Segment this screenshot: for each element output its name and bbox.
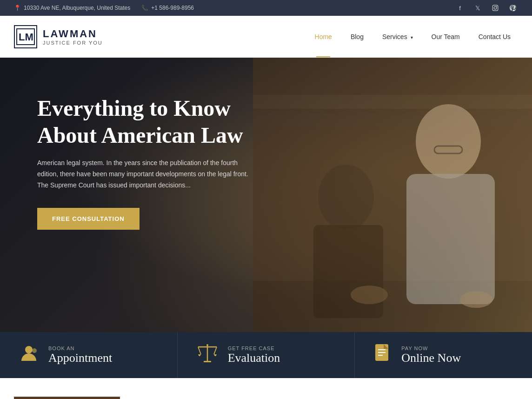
pay-text: PAY NOW Online Now bbox=[401, 346, 461, 365]
social-links: f 𝕏 bbox=[455, 3, 518, 13]
logo-icon: LM bbox=[14, 25, 37, 48]
pay-label-large: Online Now bbox=[401, 351, 461, 365]
logo-text: LAWMAN JUSTICE FOR YOU bbox=[43, 28, 103, 46]
svg-point-16 bbox=[25, 346, 33, 353]
header: LM LAWMAN JUSTICE FOR YOU Home Blog Serv… bbox=[0, 16, 532, 58]
logo-name: LAWMAN bbox=[43, 28, 103, 40]
phone-item: 📞 +1 586-989-8956 bbox=[141, 5, 194, 11]
bottom-image bbox=[14, 397, 120, 399]
pinterest-icon[interactable] bbox=[508, 3, 518, 13]
address-item: 📍 10330 Ave NE, Albuquerque, United Stat… bbox=[14, 5, 130, 11]
location-icon: 📍 bbox=[14, 5, 21, 11]
bottom-title: Welcome to Lawman bbox=[139, 397, 319, 399]
svg-point-17 bbox=[32, 348, 37, 353]
appointment-text: BOOK AN Appointment bbox=[48, 346, 112, 365]
appointment-label-small: BOOK AN bbox=[48, 346, 112, 351]
phone-icon: 📞 bbox=[141, 5, 148, 11]
pay-label-small: PAY NOW bbox=[401, 346, 461, 351]
svg-rect-0 bbox=[492, 5, 498, 11]
phone-text: +1 586-989-8956 bbox=[151, 5, 194, 11]
svg-line-20 bbox=[198, 347, 201, 354]
svg-rect-22 bbox=[204, 361, 211, 362]
pay-icon bbox=[373, 343, 392, 367]
svg-point-14 bbox=[351, 286, 388, 304]
action-pay[interactable]: PAY NOW Online Now bbox=[355, 332, 532, 378]
svg-point-1 bbox=[494, 7, 497, 9]
action-evaluation[interactable]: GET FREE CASE Evaluation bbox=[178, 332, 355, 378]
svg-line-21 bbox=[214, 347, 217, 354]
evaluation-text: GET FREE CASE Evaluation bbox=[228, 346, 280, 365]
facebook-icon[interactable]: f bbox=[455, 3, 465, 13]
svg-rect-7 bbox=[253, 113, 532, 125]
nav-services[interactable]: Services ▾ bbox=[375, 29, 420, 44]
hero-title: Everything to Know About American Law bbox=[37, 95, 251, 148]
svg-point-9 bbox=[416, 104, 481, 179]
twitter-icon[interactable]: 𝕏 bbox=[472, 3, 483, 13]
svg-text:LM: LM bbox=[19, 31, 33, 43]
evaluation-label-large: Evaluation bbox=[228, 351, 280, 365]
top-bar-left: 📍 10330 Ave NE, Albuquerque, United Stat… bbox=[14, 5, 194, 11]
bottom-title-col: Welcome to Lawman bbox=[139, 397, 319, 399]
svg-rect-6 bbox=[253, 95, 532, 109]
services-arrow: ▾ bbox=[411, 35, 413, 40]
hero-description: American legal system. In the years sinc… bbox=[37, 158, 251, 191]
svg-rect-29 bbox=[14, 397, 120, 399]
logo[interactable]: LM LAWMAN JUSTICE FOR YOU bbox=[14, 25, 103, 48]
evaluation-icon bbox=[196, 343, 219, 367]
svg-point-2 bbox=[496, 6, 497, 7]
hero-content: Everything to Know About American Law Am… bbox=[0, 58, 288, 267]
evaluation-label-small: GET FREE CASE bbox=[228, 346, 280, 351]
address-text: 10330 Ave NE, Albuquerque, United States bbox=[24, 5, 130, 11]
svg-point-23 bbox=[206, 344, 208, 346]
action-bar: BOOK AN Appointment GET FREE CASE Evalua… bbox=[0, 332, 532, 378]
top-bar: 📍 10330 Ave NE, Albuquerque, United Stat… bbox=[0, 0, 532, 16]
instagram-icon[interactable] bbox=[490, 3, 500, 13]
nav-home[interactable]: Home bbox=[307, 29, 339, 44]
svg-rect-10 bbox=[406, 174, 495, 304]
nav-our-team[interactable]: Our Team bbox=[424, 29, 467, 44]
logo-tagline: JUSTICE FOR YOU bbox=[43, 40, 103, 46]
svg-point-15 bbox=[460, 291, 492, 308]
svg-point-11 bbox=[318, 165, 374, 230]
nav-blog[interactable]: Blog bbox=[343, 29, 371, 44]
bottom-section: Welcome to Lawman Welcome to the officia… bbox=[0, 378, 532, 399]
hero-section: Everything to Know About American Law Am… bbox=[0, 58, 532, 332]
appointment-label-large: Appointment bbox=[48, 351, 112, 365]
main-nav: Home Blog Services ▾ Our Team Contact Us bbox=[307, 29, 518, 44]
action-appointment[interactable]: BOOK AN Appointment bbox=[0, 332, 178, 378]
nav-contact[interactable]: Contact Us bbox=[471, 29, 518, 44]
svg-rect-12 bbox=[313, 225, 383, 318]
bottom-intro: Welcome to the official home of Lawman bbox=[338, 397, 518, 399]
appointment-icon bbox=[19, 343, 39, 367]
free-consultation-button[interactable]: FREE CONSULTATION bbox=[37, 208, 140, 230]
